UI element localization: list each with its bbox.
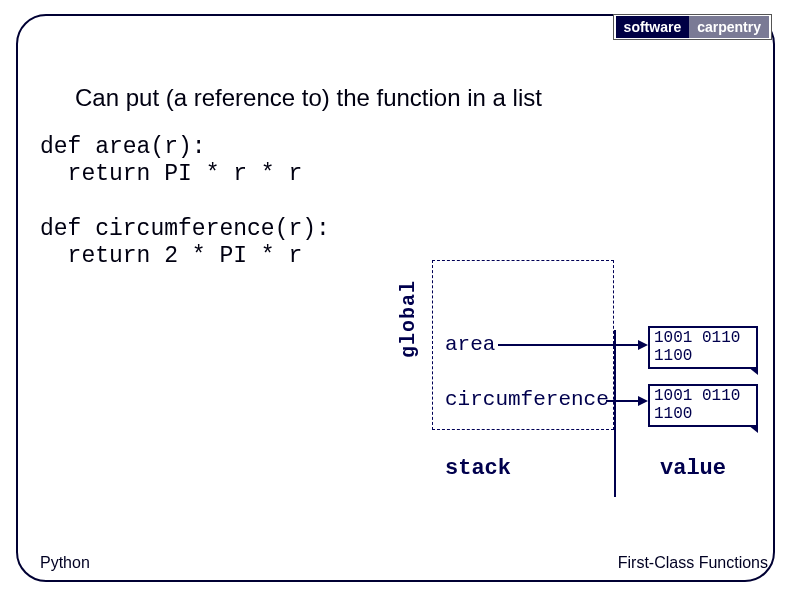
svg-marker-3 bbox=[638, 396, 648, 406]
stack-diagram: global area circumference 1001 0110 1100… bbox=[410, 260, 770, 495]
stack-column-label: stack bbox=[445, 456, 511, 481]
code-block-circumference: def circumference(r): return 2 * PI * r bbox=[40, 216, 330, 270]
global-label: global bbox=[397, 280, 420, 358]
logo-software-carpentry: software carpentry bbox=[613, 14, 772, 40]
value-box-area-text: 1001 0110 1100 bbox=[654, 329, 740, 365]
slide-title: Can put (a reference to) the function in… bbox=[75, 84, 542, 112]
svg-marker-1 bbox=[638, 340, 648, 350]
code-block-area: def area(r): return PI * r * r bbox=[40, 134, 302, 188]
arrow-circ-to-value bbox=[606, 393, 648, 413]
logo-left: software bbox=[616, 16, 690, 38]
footer-left: Python bbox=[40, 554, 90, 572]
value-column-label: value bbox=[660, 456, 726, 481]
value-box-circ-text: 1001 0110 1100 bbox=[654, 387, 740, 423]
frame-entry-area: area bbox=[445, 333, 495, 356]
frame-entry-circumference: circumference bbox=[445, 388, 609, 411]
footer-right: First-Class Functions bbox=[618, 554, 768, 572]
arrow-area-to-value bbox=[498, 337, 648, 357]
value-box-circumference: 1001 0110 1100 bbox=[648, 384, 758, 427]
value-box-area: 1001 0110 1100 bbox=[648, 326, 758, 369]
logo-right: carpentry bbox=[689, 16, 769, 38]
